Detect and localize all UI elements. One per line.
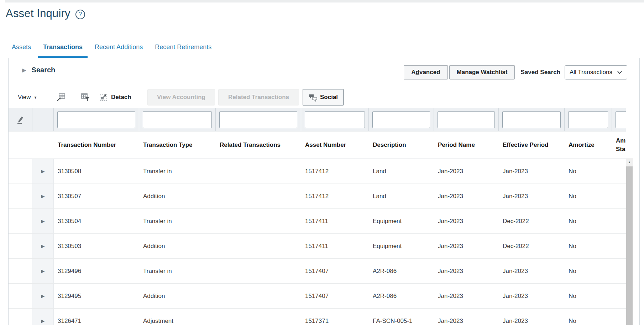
social-button[interactable]: Social (303, 89, 344, 105)
cell-effective-period: Dec-2022 (499, 209, 565, 233)
view-accounting-button[interactable]: View Accounting (147, 89, 215, 105)
qbe-pencil-icon[interactable] (16, 115, 25, 124)
scrollbar-thumb[interactable] (626, 166, 633, 325)
asset-inquiry-page: Asset Inquiry ? Assets Transactions Rece… (0, 0, 644, 325)
cell-period-name: Jan-2023 (434, 209, 499, 233)
row-expand-icon[interactable]: ▶ (41, 218, 45, 224)
filter-input-clipped[interactable] (616, 111, 626, 128)
table-toolbar: View ▼ (9, 89, 640, 105)
search-expand-icon[interactable]: ▶ (22, 67, 26, 73)
cell-description: FA-SCN-005-1 (369, 309, 434, 325)
table-row[interactable]: ▶ 3126471 Adjustment 1517371 FA-SCN-005-… (9, 309, 626, 325)
cell-transaction-number: 3130508 (54, 159, 139, 184)
detach-icon (99, 93, 108, 102)
table-row[interactable]: ▶ 3130503 Addition 1517411 Equipment Jan… (9, 234, 626, 259)
cell-transaction-type: Transfer in (139, 159, 216, 184)
manage-watchlist-button[interactable]: Manage Watchlist (449, 65, 515, 79)
filter-input-transaction-number[interactable] (57, 111, 135, 128)
cell-amortize: No (565, 284, 612, 308)
cell-transaction-type: Transfer in (139, 209, 216, 233)
row-header-cell[interactable] (9, 184, 32, 208)
cell-effective-period: Jan-2023 (499, 259, 565, 283)
row-header-cell[interactable] (9, 284, 32, 308)
tab-transactions[interactable]: Transactions (38, 41, 88, 58)
cell-amortize: No (565, 234, 612, 258)
social-icon (308, 93, 318, 102)
filter-input-asset-number[interactable] (305, 111, 365, 128)
tab-recent-additions[interactable]: Recent Additions (90, 41, 148, 58)
cell-period-name: Jan-2023 (434, 159, 499, 184)
row-expand-icon[interactable]: ▶ (41, 194, 45, 199)
saved-search-select[interactable]: All Transactions (565, 65, 627, 79)
column-header-effective-period[interactable]: Effective Period (499, 141, 565, 149)
row-expand-icon[interactable]: ▶ (41, 268, 45, 274)
export-icon[interactable] (56, 93, 66, 102)
tab-assets[interactable]: Assets (7, 41, 36, 58)
filter-input-effective-period[interactable] (502, 111, 561, 128)
detach-button[interactable]: Detach (99, 93, 131, 102)
cell-effective-period: Jan-2023 (499, 184, 565, 208)
row-expand-icon[interactable]: ▶ (41, 318, 45, 324)
cell-transaction-number: 3130507 (54, 184, 139, 208)
cell-asset-number: 1517407 (301, 284, 369, 308)
table-row[interactable]: ▶ 3129495 Addition 1517407 A2R-086 Jan-2… (9, 284, 626, 309)
cell-asset-number: 1517411 (301, 234, 369, 258)
scroll-up-button[interactable]: ▲ (626, 158, 633, 166)
cell-transaction-number: 3130503 (54, 234, 139, 258)
cell-period-name: Jan-2023 (434, 184, 499, 208)
cell-transaction-type: Addition (139, 284, 216, 308)
cell-description: Land (369, 159, 434, 184)
table-body: ▶ 3130508 Transfer in 1517412 Land Jan-2… (9, 159, 626, 325)
cell-asset-number: 1517412 (301, 184, 369, 208)
row-header-cell[interactable] (9, 234, 32, 258)
filter-row (9, 108, 626, 131)
row-expand-icon[interactable]: ▶ (41, 293, 45, 299)
search-section-toggle[interactable]: ▶ Search (22, 66, 55, 74)
cell-description: A2R-086 (369, 259, 434, 283)
filter-input-transaction-type[interactable] (143, 111, 212, 128)
cell-related-transactions (216, 309, 301, 325)
saved-search-selected-value: All Transactions (570, 69, 612, 76)
related-transactions-button[interactable]: Related Transactions (218, 89, 299, 105)
cell-amortize: No (565, 259, 612, 283)
row-expand-icon[interactable]: ▶ (41, 243, 45, 249)
filter-input-description[interactable] (372, 111, 430, 128)
row-expand-icon[interactable]: ▶ (41, 169, 45, 174)
search-controls: Advanced Manage Watchlist Saved Search A… (404, 65, 627, 79)
table-row[interactable]: ▶ 3130507 Addition 1517412 Land Jan-2023… (9, 184, 626, 209)
help-icon[interactable]: ? (75, 10, 85, 19)
filter-input-related-transactions[interactable] (219, 111, 297, 128)
vertical-scrollbar[interactable]: ▲ (626, 158, 633, 325)
cell-description: A2R-086 (369, 284, 434, 308)
cell-amortize: No (565, 309, 612, 325)
cell-related-transactions (216, 234, 301, 258)
page-title: Asset Inquiry (6, 7, 70, 20)
row-header-cell[interactable] (9, 309, 32, 325)
table-row[interactable]: ▶ 3129496 Transfer in 1517407 A2R-086 Ja… (9, 259, 626, 284)
column-header-transaction-number[interactable]: Transaction Number (54, 141, 139, 149)
column-header-period-name[interactable]: Period Name (434, 141, 499, 149)
row-header-cell[interactable] (9, 259, 32, 283)
filter-icon[interactable] (80, 93, 90, 102)
column-header-clipped[interactable]: Am Sta (612, 136, 626, 154)
column-header-transaction-type[interactable]: Transaction Type (139, 141, 216, 149)
cell-transaction-type: Addition (139, 184, 216, 208)
view-menu-button[interactable]: View ▼ (18, 94, 37, 101)
cell-related-transactions (216, 259, 301, 283)
row-header-cell[interactable] (9, 159, 32, 184)
row-header-cell[interactable] (9, 209, 32, 233)
filter-input-amortize[interactable] (568, 111, 608, 128)
column-header-asset-number[interactable]: Asset Number (301, 141, 369, 149)
cell-asset-number: 1517412 (301, 159, 369, 184)
top-strip (0, 0, 644, 2)
tab-recent-retirements[interactable]: Recent Retirements (150, 41, 216, 58)
column-header-description[interactable]: Description (369, 141, 434, 149)
advanced-button[interactable]: Advanced (404, 65, 447, 79)
table-row[interactable]: ▶ 3130508 Transfer in 1517412 Land Jan-2… (9, 159, 626, 184)
table-row[interactable]: ▶ 3130504 Transfer in 1517411 Equipment … (9, 209, 626, 234)
column-header-amortize[interactable]: Amortize (565, 141, 612, 149)
cell-period-name: Jan-2023 (434, 234, 499, 258)
column-header-related-transactions[interactable]: Related Transactions (216, 141, 301, 149)
filter-input-period-name[interactable] (438, 111, 495, 128)
cell-effective-period: Jan-2023 (499, 309, 565, 325)
